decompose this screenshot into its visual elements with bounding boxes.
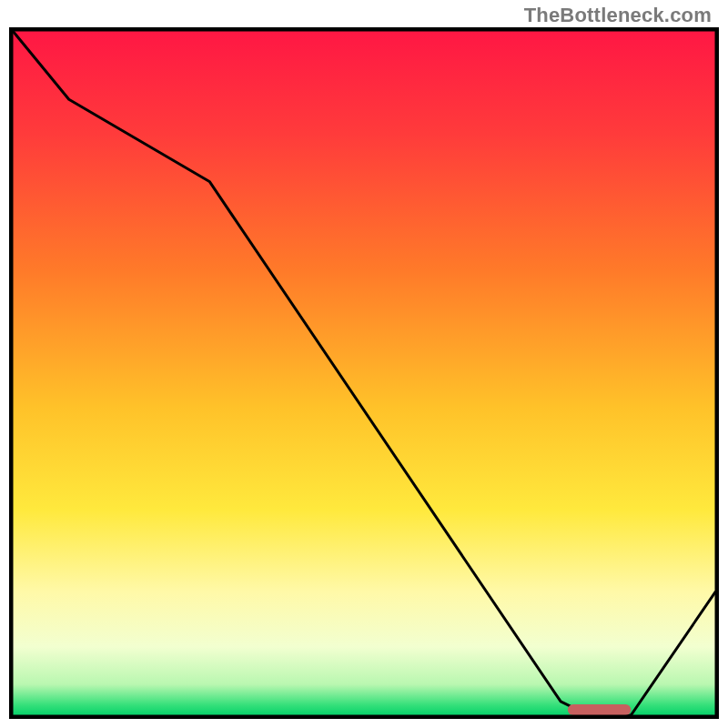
chart-svg — [9, 27, 719, 719]
chart-container: TheBottleneck.com — [0, 0, 728, 728]
gradient-background — [13, 31, 715, 715]
watermark-text: TheBottleneck.com — [524, 4, 712, 27]
chart-plot — [9, 27, 719, 719]
optimal-range-marker — [568, 704, 631, 715]
